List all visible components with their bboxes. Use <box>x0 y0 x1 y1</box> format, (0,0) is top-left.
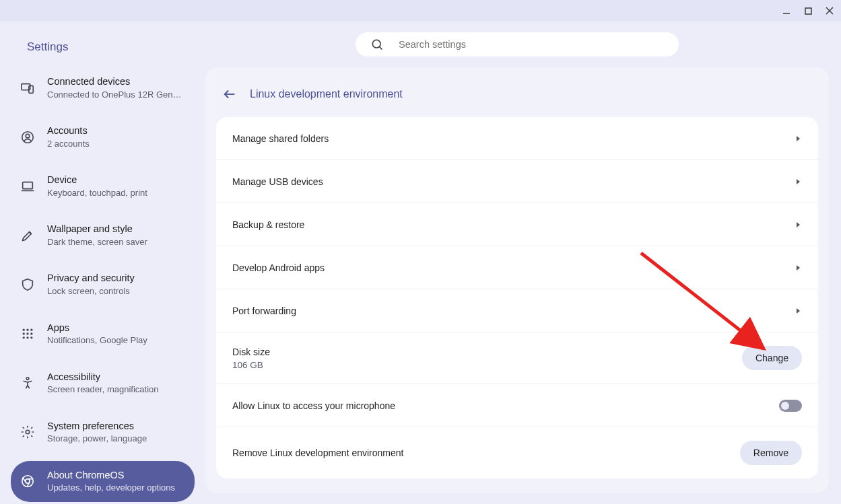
svg-point-19 <box>26 377 29 380</box>
sidebar-item-label: Wallpaper and style <box>47 223 147 236</box>
row-manage-shared-folders[interactable]: Manage shared folders <box>216 117 818 160</box>
sidebar-item-accounts[interactable]: Accounts 2 accounts <box>11 116 195 157</box>
search-input[interactable] <box>399 39 664 50</box>
row-allow-microphone: Allow Linux to access your microphone <box>216 384 818 427</box>
sidebar-item-accessibility[interactable]: Accessibility Screen reader, magnificati… <box>11 363 195 404</box>
search-icon <box>370 38 384 51</box>
sidebar-item-device[interactable]: Device Keyboard, touchpad, print <box>11 166 195 207</box>
chevron-right-icon <box>795 305 802 317</box>
svg-point-13 <box>23 332 25 334</box>
row-label: Allow Linux to access your microphone <box>232 400 395 411</box>
row-remove-linux: Remove Linux development environment Rem… <box>216 427 818 478</box>
sidebar-item-about-chromeos[interactable]: About ChromeOS Updates, help, developer … <box>11 461 195 502</box>
svg-point-7 <box>26 134 30 138</box>
row-manage-usb-devices[interactable]: Manage USB devices <box>216 160 818 203</box>
brush-icon <box>20 228 35 243</box>
minimize-button[interactable] <box>780 5 793 17</box>
svg-point-17 <box>26 336 28 338</box>
app-title: Settings <box>11 30 195 67</box>
row-label: Remove Linux development environment <box>232 447 403 458</box>
row-label: Manage shared folders <box>232 133 329 144</box>
devices-icon <box>20 81 35 96</box>
sidebar-item-sublabel: Dark theme, screen saver <box>47 236 147 248</box>
svg-point-18 <box>30 336 32 338</box>
sidebar-item-sublabel: Connected to OnePlus 12R Gens… <box>47 89 182 101</box>
sidebar-item-sublabel: Screen reader, magnification <box>47 384 158 396</box>
remove-linux-button[interactable]: Remove <box>740 441 802 465</box>
sidebar-item-label: About ChromeOS <box>47 469 175 482</box>
row-label: Develop Android apps <box>232 262 325 273</box>
chevron-right-icon <box>795 133 802 145</box>
svg-point-16 <box>23 336 25 338</box>
accessibility-icon <box>20 375 35 390</box>
apps-grid-icon <box>20 326 35 341</box>
sidebar-item-sublabel: Keyboard, touchpad, print <box>47 187 147 199</box>
sidebar-item-connected-devices[interactable]: Connected devices Connected to OnePlus 1… <box>11 67 195 108</box>
svg-rect-5 <box>29 85 33 93</box>
sidebar-item-sublabel: Storage, power, language <box>47 433 147 445</box>
sidebar-item-label: Connected devices <box>47 75 182 89</box>
svg-rect-8 <box>23 182 33 188</box>
back-button[interactable] <box>222 86 238 102</box>
sidebar-item-label: Privacy and security <box>47 272 135 285</box>
chevron-right-icon <box>795 219 802 231</box>
svg-point-20 <box>26 431 30 435</box>
close-button[interactable] <box>823 5 836 17</box>
row-label: Disk size <box>232 347 270 357</box>
sidebar-item-label: Apps <box>47 322 147 335</box>
sidebar-item-sublabel: Notifications, Google Play <box>47 334 147 347</box>
svg-line-24 <box>379 46 382 49</box>
sidebar-item-label: Accounts <box>47 124 90 138</box>
laptop-icon <box>20 179 35 194</box>
svg-point-11 <box>26 329 28 331</box>
sidebar-item-label: System preferences <box>47 420 147 433</box>
sidebar-item-system-preferences[interactable]: System preferences Storage, power, langu… <box>11 412 195 453</box>
change-disk-size-button[interactable]: Change <box>742 346 802 370</box>
sidebar-item-privacy[interactable]: Privacy and security Lock screen, contro… <box>11 264 195 305</box>
chrome-icon <box>20 474 35 489</box>
sidebar-item-apps[interactable]: Apps Notifications, Google Play <box>11 314 195 355</box>
sidebar-item-label: Accessibility <box>47 371 158 384</box>
gear-icon <box>20 425 35 439</box>
sidebar-item-label: Device <box>47 174 147 187</box>
microphone-toggle[interactable] <box>779 400 802 412</box>
chevron-right-icon <box>795 176 802 188</box>
page-title: Linux development environment <box>250 88 403 100</box>
svg-point-14 <box>26 332 28 334</box>
row-label: Manage USB devices <box>232 176 323 187</box>
svg-point-10 <box>23 329 25 331</box>
sidebar: Settings Connected devices Connected to … <box>0 22 205 504</box>
sidebar-item-wallpaper[interactable]: Wallpaper and style Dark theme, screen s… <box>11 215 195 256</box>
chevron-right-icon <box>795 262 802 274</box>
sidebar-item-sublabel: 2 accounts <box>47 138 90 150</box>
row-label: Backup & restore <box>232 219 304 230</box>
settings-subpage: Linux development environment Manage sha… <box>205 67 829 493</box>
row-backup-restore[interactable]: Backup & restore <box>216 203 818 246</box>
row-label: Port forwarding <box>232 305 296 316</box>
svg-point-12 <box>30 329 32 331</box>
disk-size-value: 106 GB <box>232 360 270 370</box>
window-titlebar <box>0 0 841 22</box>
svg-point-23 <box>372 40 380 48</box>
row-disk-size: Disk size 106 GB Change <box>216 332 818 384</box>
account-icon <box>20 130 35 145</box>
row-port-forwarding[interactable]: Port forwarding <box>216 289 818 332</box>
maximize-button[interactable] <box>802 5 814 17</box>
svg-point-15 <box>30 332 32 334</box>
sidebar-item-sublabel: Updates, help, developer options <box>47 482 175 494</box>
search-bar[interactable] <box>356 32 679 57</box>
sidebar-item-sublabel: Lock screen, controls <box>47 285 135 297</box>
row-develop-android-apps[interactable]: Develop Android apps <box>216 246 818 289</box>
shield-icon <box>20 277 35 292</box>
settings-card: Manage shared folders Manage USB devices… <box>216 117 818 478</box>
svg-rect-1 <box>805 8 811 14</box>
